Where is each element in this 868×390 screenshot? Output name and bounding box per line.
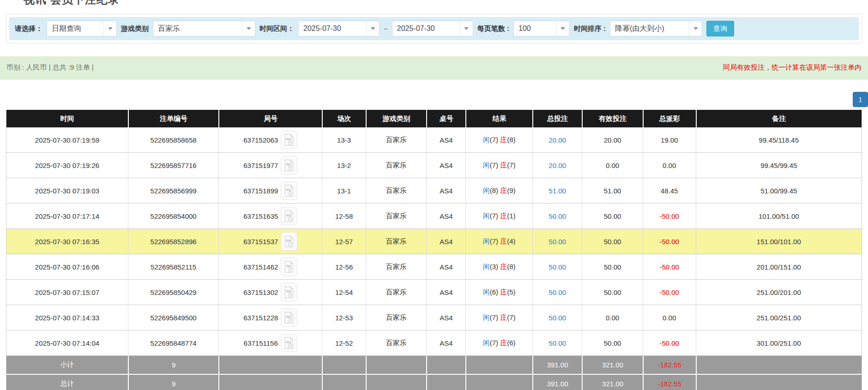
game-type-cell: 百家乐	[366, 178, 426, 204]
total-bet-cell: 50.00	[532, 330, 582, 356]
video-replay-button[interactable]	[281, 207, 297, 225]
table-row: 2025-07-30 07:19:03522695856999637151899…	[6, 178, 862, 204]
video-replay-button[interactable]	[281, 181, 297, 200]
payout-cell: 0.00	[643, 305, 696, 330]
note-cell: 99.45/118.45	[696, 127, 862, 153]
total-bet-link[interactable]: 50.00	[549, 212, 566, 220]
round-id-cell: 637151977	[218, 153, 322, 178]
valid-bet-cell: 0.00	[582, 305, 642, 330]
column-header: 备注	[696, 110, 862, 127]
total-bet-link[interactable]: 50.00	[549, 238, 566, 246]
summary-bar: 币别 : 人民币 | 总共 :9 注单 | 同局有效投注，统一计算在该局第一张注…	[0, 56, 868, 79]
column-header: 局号	[218, 110, 322, 127]
chevron-down-icon[interactable]	[689, 21, 702, 36]
round-id-cell: 637151302	[218, 280, 322, 305]
time-cell: 2025-07-30 07:19:26	[6, 153, 128, 178]
search-button[interactable]: 查询	[706, 21, 734, 36]
total-bet-cell: 50.00	[532, 254, 582, 280]
query-type-value: 日期查询	[47, 21, 103, 36]
video-replay-button[interactable]	[281, 156, 297, 174]
result-cell: 闲(7) 庄(1)	[465, 204, 532, 229]
total-bet-cell: 50.00	[532, 204, 582, 229]
total-bet-link[interactable]: 20.00	[549, 162, 566, 169]
video-file-icon	[284, 159, 294, 172]
total-bet-link[interactable]: 50.00	[549, 263, 566, 271]
summary-count-cell: 9	[128, 374, 218, 390]
column-header: 场次	[322, 110, 365, 127]
valid-bet-cell: 0.00	[582, 153, 642, 178]
total-bet-link[interactable]: 50.00	[549, 314, 566, 322]
game-type-select[interactable]: 百家乐	[153, 21, 255, 36]
game-type-cell: 百家乐	[366, 280, 426, 305]
records-table-wrap: 时间注单编号局号场次游戏类别桌号结果总投注有效投注总派彩备注 2025-07-3…	[6, 110, 862, 390]
bet-id-cell: 522695848774	[128, 330, 218, 356]
game-type-label: 游戏类别	[121, 24, 149, 33]
valid-bet-cell: 51.00	[582, 178, 642, 204]
session-cell: 12-52	[322, 330, 365, 356]
date-from-value: 2025-07-30	[299, 21, 366, 36]
round-id-cell: 637151537	[218, 229, 322, 254]
round-id-cell: 637151635	[218, 204, 322, 229]
table-row: 2025-07-30 07:17:14522695854000637151635…	[6, 204, 862, 229]
result-cell: 闲(3) 庄(8)	[465, 254, 532, 280]
total-bet-cell: 50.00	[532, 229, 582, 254]
video-replay-button[interactable]	[281, 258, 297, 276]
payout-cell: 0.00	[643, 153, 696, 178]
video-file-icon	[284, 312, 294, 324]
chevron-down-icon[interactable]	[103, 21, 116, 36]
result-cell: 闲(7) 庄(7)	[465, 305, 532, 330]
date-to-select[interactable]: 2025-07-30	[392, 21, 473, 36]
date-from-select[interactable]: 2025-07-30	[298, 21, 380, 36]
table-no-cell: AS4	[426, 305, 465, 330]
result-cell: 闲(7) 庄(4)	[465, 229, 532, 254]
video-replay-button[interactable]	[281, 131, 297, 149]
query-type-select[interactable]: 日期查询	[47, 21, 117, 36]
game-type-cell: 百家乐	[366, 305, 426, 330]
note-cell: 251.00/251.00	[696, 305, 862, 330]
chevron-down-icon[interactable]	[556, 21, 569, 36]
video-replay-button[interactable]	[281, 283, 297, 301]
valid-bet-cell: 50.00	[582, 280, 642, 305]
total-bet-link[interactable]: 51.00	[549, 187, 566, 195]
session-cell: 12-56	[322, 254, 365, 280]
time-cell: 2025-07-30 07:16:35	[6, 229, 128, 254]
video-replay-button[interactable]	[281, 232, 297, 251]
filter-bar: 请选择： 日期查询 游戏类别 百家乐 时间区间： 2025-07-30 ~ 20…	[9, 17, 859, 40]
chevron-down-icon[interactable]	[242, 21, 255, 36]
time-cell: 2025-07-30 07:17:14	[6, 204, 128, 229]
result-cell: 闲(6) 庄(5)	[465, 280, 532, 305]
betting-records-page: 视讯 会员下注纪录 请选择： 日期查询 游戏类别 百家乐 时间区间： 2025-…	[0, 0, 868, 390]
bet-id-cell: 522695856999	[128, 178, 218, 204]
time-cell: 2025-07-30 07:14:33	[6, 305, 128, 330]
total-bet-link[interactable]: 50.00	[549, 288, 566, 296]
table-no-cell: AS4	[426, 254, 465, 280]
page-size-select[interactable]: 100	[513, 21, 570, 36]
video-file-icon	[284, 210, 294, 222]
filter-panel: 请选择： 日期查询 游戏类别 百家乐 时间区间： 2025-07-30 ~ 20…	[6, 14, 862, 43]
total-bet-cell: 50.00	[532, 280, 582, 305]
time-cell: 2025-07-30 07:19:03	[6, 178, 128, 204]
sort-select[interactable]: 降幂(由大到小)	[610, 21, 702, 36]
video-replay-button[interactable]	[281, 334, 297, 352]
time-cell: 2025-07-30 07:15:07	[6, 280, 128, 305]
round-id-cell: 637151228	[218, 305, 322, 330]
total-bet-cell: 50.00	[532, 305, 582, 330]
game-type-value: 百家乐	[153, 21, 242, 36]
bet-id-cell: 522695852896	[128, 229, 218, 254]
page-1-button[interactable]: 1	[853, 92, 868, 107]
summary-total-bet-cell: 391.00	[532, 374, 582, 390]
chevron-down-icon[interactable]	[460, 21, 473, 36]
video-replay-button[interactable]	[281, 308, 297, 327]
total-bet-link[interactable]: 50.00	[549, 339, 566, 347]
valid-bet-cell: 50.00	[582, 204, 642, 229]
total-bet-link[interactable]: 20.00	[549, 136, 566, 144]
chevron-down-icon[interactable]	[366, 21, 379, 36]
page-size-label: 每页笔数 :	[477, 24, 509, 33]
date-range-label: 时间区间：	[259, 24, 294, 33]
video-file-icon	[284, 286, 294, 299]
column-header: 桌号	[426, 110, 465, 127]
column-header: 总派彩	[643, 110, 696, 127]
valid-bet-cell: 50.00	[582, 254, 642, 280]
note-cell: 51.00/99.45	[696, 178, 862, 204]
payout-cell: 19.00	[643, 127, 696, 153]
